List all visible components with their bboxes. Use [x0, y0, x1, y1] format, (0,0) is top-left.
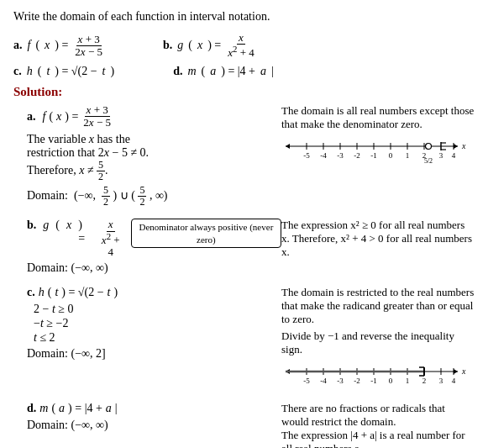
svg-text:-3: -3 [337, 377, 344, 385]
part-c-close: ) [113, 286, 118, 299]
part-b-callout-box: Denominator always positive (never zero) [131, 219, 281, 248]
part-a-d-frac1: 5 2 [102, 185, 110, 208]
part-b-domain: Domain: (−∞, ∞) [27, 261, 475, 275]
svg-text:3: 3 [439, 151, 443, 160]
prob-a-frac: x + 3 2x − 5 [73, 34, 104, 59]
part-a-f: f [43, 110, 46, 124]
prob-c-t2: t [102, 65, 106, 78]
prob-c-func: h [27, 65, 33, 78]
prob-c-t: t [46, 65, 50, 78]
svg-marker-1 [454, 144, 458, 149]
part-a-xv: x [56, 110, 61, 124]
part-a-nl-svg: -5 -4 -3 -2 -1 0 1 2 [281, 134, 466, 165]
part-c-h: h [39, 286, 45, 299]
part-d-lp: ( [51, 402, 55, 415]
prob-c-label: c. [13, 65, 22, 78]
part-a-domain-expr: (−∞, 5 2 ) ∪ ( 5 2 , ∞) [74, 189, 168, 202]
prob-a-paren2: ) = [55, 39, 68, 52]
svg-text:-1: -1 [370, 151, 377, 160]
prob-b-x: x [197, 39, 202, 52]
svg-text:-5: -5 [303, 377, 310, 385]
svg-text:x: x [461, 141, 466, 150]
part-d-exp1: There are no fractions or radicals that … [281, 402, 475, 429]
part-c-func-display: c. h(t) = √(2 − t) [27, 286, 281, 299]
svg-text:1: 1 [406, 377, 410, 385]
prob-a-x: x [45, 39, 50, 52]
svg-text:-1: -1 [370, 377, 377, 385]
svg-text:-5: -5 [303, 151, 310, 160]
part-d-rp: ) = |4 + [68, 402, 102, 415]
part-b-exp-text: The expression x² ≥ 0 for all real numbe… [281, 219, 472, 258]
section-c: The domain is restricted to the real num… [13, 286, 475, 393]
prob-d-a: a [210, 65, 216, 78]
svg-text:-2: -2 [354, 377, 360, 385]
intro-text: Write the domain of each function in int… [13, 10, 475, 24]
svg-marker-29 [454, 369, 458, 374]
part-a-label: a. [27, 110, 36, 124]
prob-d-func: m [187, 65, 196, 78]
svg-text:-3: -3 [337, 151, 344, 160]
prob-d-paren2: ) = |4 + [221, 65, 255, 78]
section-a: The domain is all real numbers except th… [13, 104, 475, 210]
svg-text:-4: -4 [320, 151, 327, 160]
svg-text:3: 3 [439, 377, 443, 385]
part-c-label: c. [27, 286, 35, 299]
part-c-right: The domain is restricted to the real num… [281, 286, 475, 393]
prob-b-paren2: ) = [207, 39, 221, 52]
prob-c-paren2: ) = √(2 − [55, 65, 97, 78]
svg-point-19 [426, 143, 432, 149]
part-d-pipe: | [115, 402, 118, 415]
part-b-xv: x [66, 219, 71, 232]
part-b-frac: x x2 + 4 [97, 219, 124, 258]
prob-d-paren: ( [202, 65, 206, 78]
prob-a-label: a. [13, 39, 23, 52]
svg-text:0: 0 [389, 377, 393, 385]
part-a-domain: Domain: (−∞, 5 2 ) ∪ ( 5 2 , ∞) [27, 185, 475, 208]
part-a-explanation-top: The domain is all real numbers except th… [281, 104, 475, 168]
prob-d-a2: a [260, 65, 266, 78]
part-c-exp1: The domain is restricted to the real num… [281, 286, 475, 326]
svg-text:0: 0 [389, 151, 393, 160]
solution-header: Solution: [13, 85, 475, 99]
part-a-numberline: -5 -4 -3 -2 -1 0 1 2 [281, 134, 466, 165]
part-c-tv: t [55, 286, 58, 299]
part-d-right: There are no fractions or radicals that … [281, 402, 475, 448]
part-d-func-display: d. m(a) = |4 + a| [27, 402, 281, 415]
part-b-domain-expr: (−∞, ∞) [71, 261, 108, 274]
part-a-frac-val: 5 2 [97, 160, 105, 182]
part-b-g: g [43, 219, 49, 232]
part-c-nl-svg: -5 -4 -3 -2 -1 0 1 2 [281, 360, 466, 390]
part-c-domain-expr: (−∞, 2] [71, 347, 106, 360]
part-b-explanation: The expression x² ≥ 0 for all real numbe… [281, 219, 475, 259]
svg-text:2: 2 [422, 377, 427, 385]
part-a-func-display: a. f(x) = x + 3 2x − 5 [27, 104, 281, 129]
svg-text:-2: -2 [354, 151, 360, 160]
part-c-rp: ) = √(2 − [61, 286, 103, 299]
svg-text:-4: -4 [320, 377, 327, 385]
part-b-lp: ( [55, 219, 60, 232]
part-d-label: d. [27, 402, 36, 415]
part-d-exp2: The expression |4 + a| is a real number … [281, 429, 475, 448]
prob-b-func: g [177, 39, 183, 52]
prob-b-paren: ( [188, 39, 192, 52]
part-d-m: m [39, 402, 48, 415]
part-d-a2: a [106, 402, 112, 415]
part-c-numberline: -5 -4 -3 -2 -1 0 1 2 [281, 360, 466, 390]
part-a-lp: ( [49, 110, 53, 124]
part-b-label: b. [27, 219, 36, 232]
svg-text:1: 1 [406, 151, 410, 160]
section-d: There are no fractions or radicals that … [13, 402, 475, 448]
part-a-rp: ) = [65, 110, 78, 124]
part-d-av: a [59, 402, 65, 415]
svg-text:4: 4 [452, 377, 456, 385]
prob-b-frac: x x2 + 4 [226, 32, 256, 60]
svg-marker-2 [286, 144, 290, 149]
svg-text:x: x [461, 366, 466, 376]
part-b-rp: ) = [78, 219, 91, 245]
prob-a-func: f [28, 39, 31, 52]
prob-a-paren: ( [35, 39, 39, 52]
svg-text:4: 4 [452, 151, 456, 160]
svg-text:5/2: 5/2 [424, 157, 433, 165]
part-c-lp: ( [48, 286, 52, 299]
prob-d-label: d. [173, 65, 182, 78]
